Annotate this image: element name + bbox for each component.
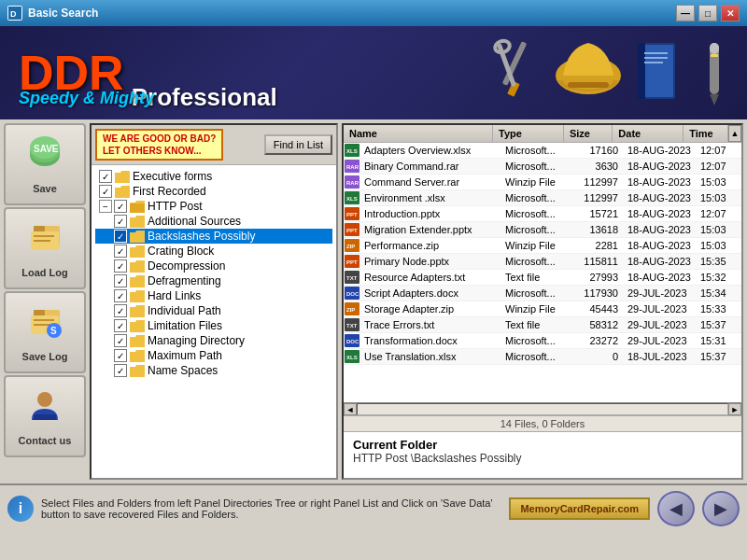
checkbox-name-spaces[interactable]: ✓	[114, 364, 127, 377]
col-header-type[interactable]: Type	[493, 125, 564, 142]
file-time: 12:07	[697, 160, 741, 173]
checkbox-limitation-files[interactable]: ✓	[114, 319, 127, 332]
file-type: Microsoft...	[501, 334, 574, 347]
checkbox-hard-links[interactable]: ✓	[114, 289, 127, 302]
table-row[interactable]: DOC Transformation.docx Microsoft... 232…	[344, 333, 741, 349]
file-time: 15:37	[697, 350, 741, 363]
file-size: 115811	[574, 255, 624, 268]
svg-text:TXT: TXT	[346, 275, 358, 281]
expand-http-post[interactable]: −	[99, 200, 112, 213]
file-size: 15721	[574, 207, 624, 220]
table-row[interactable]: RAR Binary Command.rar Microsoft... 3630…	[344, 159, 741, 175]
tree-item-crating-block[interactable]: ✓ Crating Block	[95, 244, 332, 259]
col-header-time[interactable]: Time	[684, 125, 728, 142]
svg-rect-31	[34, 324, 50, 326]
file-icon: DOC	[344, 287, 360, 300]
table-row[interactable]: XLS Environment .xlsx Microsoft... 11299…	[344, 190, 741, 206]
pen-icon	[691, 31, 738, 115]
scroll-track-h[interactable]	[357, 403, 728, 415]
save-button[interactable]: SAVE Save	[4, 123, 86, 205]
file-time: 15:03	[697, 191, 741, 204]
table-row[interactable]: PPT Introduction.pptx Microsoft... 15721…	[344, 206, 741, 222]
tree-item-managing-directory[interactable]: ✓ Managing Directory	[95, 333, 332, 348]
checkbox-backslashes-possibly[interactable]: ✓	[114, 230, 127, 243]
tree-item-additional-sources[interactable]: ✓ Additional Sources	[95, 214, 332, 229]
load-log-button[interactable]: Load Log	[4, 207, 86, 289]
svg-text:XLS: XLS	[346, 148, 358, 154]
tree-item-individual-path[interactable]: ✓ Individual Path	[95, 303, 332, 318]
table-row[interactable]: XLS Adapters Overview.xlsx Microsoft... …	[344, 143, 741, 159]
file-time: 12:07	[697, 207, 741, 220]
svg-text:RAR: RAR	[346, 164, 359, 170]
checkbox-crating-block[interactable]: ✓	[114, 245, 127, 258]
right-panel: Name Type Size Date Time ▲ XLS Adapters …	[342, 123, 743, 480]
table-row[interactable]: ZIP Performance.zip Winzip File 2281 18-…	[344, 238, 741, 254]
svg-rect-40	[130, 233, 145, 243]
file-name: Binary Command.rar	[360, 160, 501, 173]
table-row[interactable]: PPT Migration Extender.pptx Microsoft...…	[344, 222, 741, 238]
file-name: Primary Node.pptx	[360, 255, 501, 268]
tree-item-name-spaces[interactable]: ✓ Name Spaces	[95, 363, 332, 378]
memory-card-badge[interactable]: MemoryCardRepair.com	[509, 497, 650, 520]
table-row[interactable]: PPT Primary Node.pptx Microsoft... 11581…	[344, 254, 741, 270]
file-list-header: Name Type Size Date Time ▲	[344, 125, 741, 143]
table-row[interactable]: ZIP Storage Adapter.zip Winzip File 4544…	[344, 301, 741, 317]
tree-item-http-post[interactable]: − ✓ HTTP Post	[95, 199, 332, 214]
tree-item-maximum-path[interactable]: ✓ Maximum Path	[95, 348, 332, 363]
col-header-size[interactable]: Size	[564, 125, 613, 142]
file-list-body[interactable]: XLS Adapters Overview.xlsx Microsoft... …	[344, 143, 741, 402]
table-row[interactable]: XLS Use Translation.xlsx Microsoft... 0 …	[344, 349, 741, 365]
bottom-bar: i Select Files and Folders from left Pan…	[0, 483, 747, 532]
maximize-button[interactable]: □	[698, 5, 717, 21]
checkbox-managing-directory[interactable]: ✓	[114, 334, 127, 347]
label-defragmenting: Defragmenting	[148, 274, 221, 287]
scroll-right-btn[interactable]: ►	[728, 403, 741, 415]
load-log-label: Load Log	[21, 267, 68, 278]
close-button[interactable]: ✕	[721, 5, 740, 21]
label-decompression: Decompression	[148, 259, 225, 273]
col-header-name[interactable]: Name	[344, 125, 493, 142]
checkbox-individual-path[interactable]: ✓	[114, 304, 127, 317]
tree-item-first-recorded[interactable]: ✓ First Recorded	[95, 184, 332, 199]
nav-prev-button[interactable]: ◀	[657, 491, 695, 526]
col-scroll-up[interactable]: ▲	[728, 125, 741, 142]
file-size: 27993	[574, 271, 624, 284]
header-icons	[481, 26, 738, 119]
find-in-list-button[interactable]: Find in List	[264, 134, 332, 155]
horizontal-scrollbar[interactable]: ◄ ►	[344, 402, 741, 415]
file-time: 15:37	[697, 318, 741, 331]
tree-item-backslashes-possibly[interactable]: ✓ Backslashes Possibly	[95, 229, 332, 244]
checkbox-executive-forms[interactable]: ✓	[99, 170, 112, 183]
file-size: 2281	[574, 239, 624, 252]
svg-rect-37	[115, 189, 130, 198]
file-date: 29-JUL-2023	[624, 287, 697, 300]
table-row[interactable]: RAR Command Server.rar Winzip File 11299…	[344, 175, 741, 190]
save-log-button[interactable]: S Save Log	[4, 291, 86, 373]
checkbox-decompression[interactable]: ✓	[114, 259, 127, 273]
tree-item-defragmenting[interactable]: ✓ Defragmenting	[95, 273, 332, 288]
file-type: Microsoft...	[501, 191, 574, 204]
checkbox-http-post[interactable]: ✓	[114, 200, 127, 213]
status-text: Select Files and Folders from left Panel…	[41, 497, 501, 520]
col-header-date[interactable]: Date	[613, 125, 684, 142]
svg-text:XLS: XLS	[346, 196, 358, 202]
tree-item-limitation-files[interactable]: ✓ Limitation Files	[95, 318, 332, 333]
nav-next-button[interactable]: ▶	[702, 491, 740, 526]
minimize-button[interactable]: —	[676, 5, 695, 21]
table-row[interactable]: TXT Trace Errors.txt Text file 58312 29-…	[344, 317, 741, 333]
tree-item-decompression[interactable]: ✓ Decompression	[95, 259, 332, 273]
checkbox-maximum-path[interactable]: ✓	[114, 349, 127, 362]
checkbox-first-recorded[interactable]: ✓	[99, 185, 112, 198]
we-are-badge[interactable]: WE ARE GOOD OR BAD? LET OTHERS KNOW...	[95, 129, 223, 161]
tree-item-executive-forms[interactable]: ✓ Executive forms	[95, 169, 332, 184]
contact-us-button[interactable]: Contact us	[4, 375, 86, 457]
checkbox-defragmenting[interactable]: ✓	[114, 274, 127, 287]
tree-item-hard-links[interactable]: ✓ Hard Links	[95, 288, 332, 303]
tree-scroll[interactable]: ✓ Executive forms ✓ First Recorded − ✓ H…	[92, 165, 336, 478]
window-title: Basic Search	[28, 7, 676, 20]
svg-rect-17	[711, 54, 718, 57]
scroll-left-btn[interactable]: ◄	[344, 403, 357, 415]
table-row[interactable]: TXT Resource Adapters.txt Text file 2799…	[344, 270, 741, 286]
checkbox-additional-sources[interactable]: ✓	[114, 215, 127, 228]
table-row[interactable]: DOC Script Adapters.docx Microsoft... 11…	[344, 286, 741, 301]
